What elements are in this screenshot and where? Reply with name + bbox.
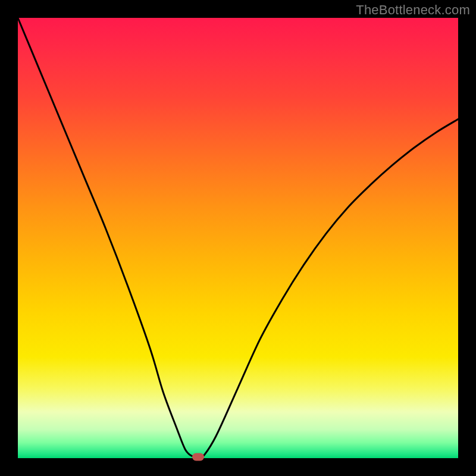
plot-area — [18, 18, 458, 458]
chart-frame: TheBottleneck.com — [0, 0, 476, 476]
optimal-point-marker — [192, 453, 204, 461]
bottleneck-curve — [18, 18, 458, 458]
watermark-text: TheBottleneck.com — [356, 2, 470, 18]
